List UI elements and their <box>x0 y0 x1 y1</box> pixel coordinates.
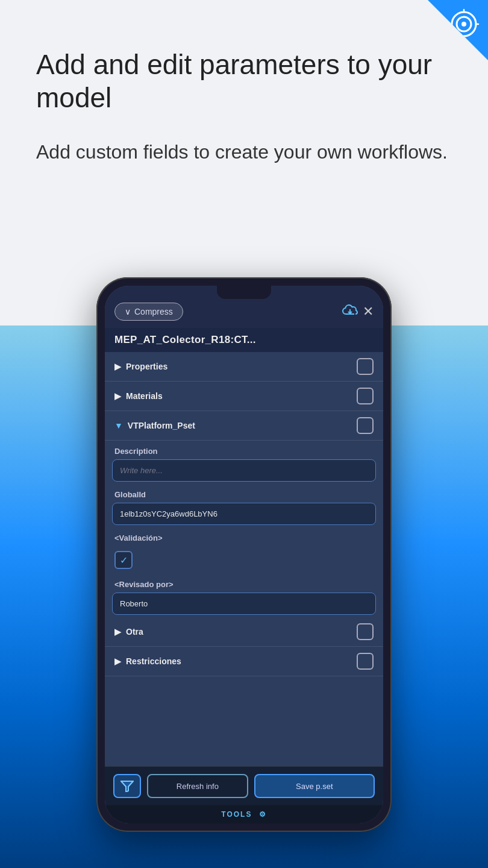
phone-screen: ∨ Compress ✕ MEP_AT_Colector_R18:CT... <box>105 286 383 823</box>
properties-arrow: ▶ <box>114 362 121 371</box>
tools-bar: TOOLS ⚙ <box>105 805 383 823</box>
properties-section-header[interactable]: ▶ Properties <box>105 352 383 382</box>
materials-section-header[interactable]: ▶ Materials <box>105 382 383 411</box>
bottom-action-bar: Refresh info Save p.set <box>105 766 383 805</box>
materials-label: ▶ Materials <box>114 391 163 401</box>
description-label: Description <box>112 441 376 459</box>
vtplatform-label: ▼ VTPlatform_Pset <box>114 421 195 430</box>
otra-arrow: ▶ <box>114 627 121 637</box>
close-icon[interactable]: ✕ <box>363 304 374 319</box>
revisado-label: <Revisado por> <box>112 574 376 593</box>
save-pset-button[interactable]: Save p.set <box>254 774 375 798</box>
materials-arrow: ▶ <box>114 391 121 401</box>
properties-checkbox[interactable] <box>357 358 374 375</box>
svg-marker-8 <box>121 781 133 792</box>
revisado-input[interactable]: Roberto <box>112 593 376 615</box>
model-title: MEP_AT_Colector_R18:CT... <box>105 328 383 352</box>
screen-inner: ∨ Compress ✕ MEP_AT_Colector_R18:CT... <box>105 286 383 823</box>
refresh-info-button[interactable]: Refresh info <box>147 774 248 798</box>
validacion-label: <Validación> <box>112 527 376 546</box>
materials-checkbox[interactable] <box>357 388 374 404</box>
phone-notch <box>217 286 271 299</box>
vtplatform-section-header[interactable]: ▼ VTPlatform_Pset <box>105 411 383 441</box>
hero-title: Add and edit parameters to your model <box>36 48 452 115</box>
description-input[interactable]: Write here... <box>112 459 376 482</box>
fields-area: Description Write here... GlobalId 1elb1… <box>105 441 383 615</box>
globalid-label: GlobalId <box>112 484 376 503</box>
globalid-input[interactable]: 1elb1z0sYC2ya6wd6LbYN6 <box>112 503 376 525</box>
svg-point-2 <box>461 22 466 27</box>
tools-label: TOOLS <box>221 810 252 819</box>
phone-mockup: ∨ Compress ✕ MEP_AT_Colector_R18:CT... <box>96 277 392 832</box>
otra-section-header[interactable]: ▶ Otra <box>105 617 383 647</box>
validacion-checkbox[interactable]: ✓ <box>114 551 133 569</box>
restricciones-arrow: ▶ <box>114 656 121 666</box>
otra-checkbox[interactable] <box>357 623 374 640</box>
vtplatform-checkbox[interactable] <box>357 417 374 434</box>
restricciones-checkbox[interactable] <box>357 653 374 670</box>
properties-list: ▶ Properties ▶ Materials <box>105 352 383 766</box>
validacion-row: ✓ <box>112 546 376 574</box>
restricciones-section-header[interactable]: ▶ Restricciones <box>105 647 383 676</box>
phone-outer: ∨ Compress ✕ MEP_AT_Colector_R18:CT... <box>96 277 392 832</box>
cloud-sync-icon[interactable] <box>342 304 358 319</box>
restricciones-label: ▶ Restricciones <box>114 656 181 666</box>
properties-label: ▶ Properties <box>114 362 167 371</box>
compress-label: Compress <box>134 307 173 316</box>
hero-section: Add and edit parameters to your model Ad… <box>0 0 488 166</box>
filter-button[interactable] <box>113 774 141 798</box>
otra-label: ▶ Otra <box>114 627 143 637</box>
compress-arrow: ∨ <box>125 307 131 316</box>
compress-button[interactable]: ∨ Compress <box>114 303 183 321</box>
tools-icon: ⚙ <box>259 810 267 819</box>
vtplatform-arrow: ▼ <box>114 421 123 430</box>
hero-subtitle: Add custom fields to create your own wor… <box>36 139 452 166</box>
